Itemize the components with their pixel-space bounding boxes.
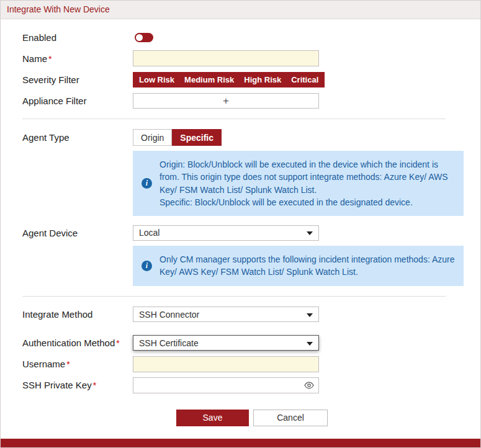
agent-type-label: Agent Type	[22, 132, 133, 143]
ssh-private-key-input[interactable]	[133, 377, 319, 393]
username-label: Username*	[22, 359, 133, 369]
auth-method-dropdown[interactable]: SSH Certificate	[133, 335, 319, 351]
name-input[interactable]	[133, 50, 319, 66]
severity-filter-label: Severity Filter	[22, 74, 133, 85]
chevron-down-icon	[307, 313, 313, 317]
appliance-filter-row: Appliance Filter +	[22, 92, 446, 109]
appliance-filter-label: Appliance Filter	[22, 96, 133, 106]
agent-type-row: Agent Type Origin Specific	[22, 129, 446, 146]
dialog-title: Integrate With New Device	[7, 4, 110, 14]
severity-option-high[interactable]: High Risk	[244, 75, 281, 84]
username-input[interactable]	[133, 356, 319, 372]
chevron-down-icon	[307, 231, 313, 235]
auth-method-value: SSH Certificate	[139, 338, 199, 348]
plus-icon: +	[223, 96, 229, 106]
cancel-button[interactable]: Cancel	[253, 410, 328, 426]
dialog-header: Integrate With New Device	[1, 1, 480, 19]
eye-icon[interactable]	[304, 381, 314, 392]
ssh-private-key-field	[133, 377, 319, 393]
severity-option-low[interactable]: Low Risk	[139, 75, 174, 84]
info-icon: i	[142, 261, 152, 271]
agent-device-value: Local	[139, 228, 160, 238]
appliance-filter-add-button[interactable]: +	[133, 93, 319, 109]
agent-device-row: Agent Device Local	[22, 225, 446, 241]
ssh-private-key-row: SSH Private Key*	[22, 377, 446, 393]
chevron-down-icon	[307, 342, 313, 346]
required-asterisk: *	[93, 380, 96, 390]
save-button[interactable]: Save	[176, 410, 249, 426]
agent-device-infobox: i Only CM manager supports the following…	[133, 246, 464, 286]
severity-filter-row: Severity Filter Low Risk Medium Risk Hig…	[22, 71, 446, 87]
agent-type-info-text: Origin: Block/Unblock will be executed i…	[160, 158, 455, 208]
integrate-device-dialog: Integrate With New Device Enabled Name* …	[0, 0, 481, 448]
integrate-method-label: Integrate Method	[22, 309, 133, 320]
enabled-label: Enabled	[22, 32, 133, 43]
footer-bar	[1, 439, 480, 447]
agent-type-info-specific: Specific: Block/Unblock will be executed…	[160, 196, 455, 208]
severity-option-medium[interactable]: Medium Risk	[184, 75, 234, 84]
dialog-body: Enabled Name* Severity Filter Low Risk M…	[1, 19, 464, 426]
required-asterisk: *	[116, 338, 119, 348]
agent-type-infobox: i Origin: Block/Unblock will be executed…	[133, 151, 464, 216]
integrate-method-value: SSH Connector	[139, 310, 199, 320]
name-label: Name*	[22, 53, 133, 64]
severity-option-critical[interactable]: Critical	[291, 75, 318, 84]
integrate-method-row: Integrate Method SSH Connector	[22, 307, 446, 323]
username-row: Username*	[22, 356, 446, 372]
enabled-row: Enabled	[22, 29, 446, 45]
agent-type-tab-origin[interactable]: Origin	[133, 129, 172, 146]
section-divider	[22, 296, 446, 297]
section-divider	[22, 119, 446, 119]
name-row: Name*	[22, 50, 446, 66]
integrate-method-dropdown[interactable]: SSH Connector	[133, 307, 319, 322]
agent-device-label: Agent Device	[22, 228, 133, 238]
severity-filter-bar: Low Risk Medium Risk High Risk Critical	[133, 72, 325, 87]
agent-device-dropdown[interactable]: Local	[133, 225, 319, 241]
agent-type-info-origin: Origin: Block/Unblock will be executed i…	[160, 158, 455, 196]
auth-method-row: Authentication Method* SSH Certificate	[22, 335, 446, 351]
agent-type-tab-specific[interactable]: Specific	[172, 129, 222, 146]
ssh-private-key-label: SSH Private Key*	[22, 380, 133, 390]
info-icon: i	[142, 178, 152, 189]
agent-device-info-text: Only CM manager supports the following i…	[160, 253, 455, 279]
required-asterisk: *	[66, 359, 70, 369]
toggle-knob	[136, 34, 143, 41]
auth-method-label: Authentication Method*	[22, 338, 133, 348]
action-buttons: Save Cancel	[22, 410, 446, 426]
enabled-toggle[interactable]	[135, 33, 153, 42]
required-asterisk: *	[48, 54, 52, 64]
